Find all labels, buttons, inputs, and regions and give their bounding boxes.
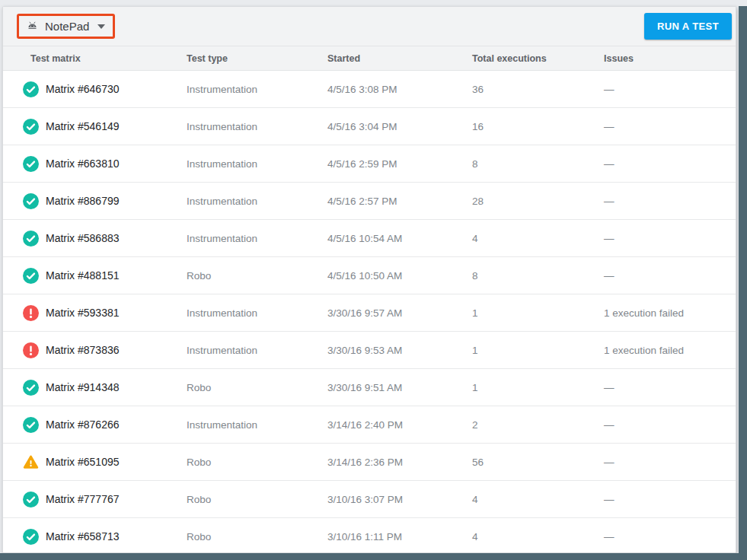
matrix-cell: Matrix #873836 (23, 342, 187, 358)
matrix-cell: Matrix #777767 (23, 492, 187, 508)
executions-count: 1 (472, 307, 604, 319)
issues-text: 1 execution failed (604, 345, 736, 356)
issues-text: 1 execution failed (604, 307, 736, 319)
caret-down-icon (97, 24, 105, 29)
test-lab-panel: NotePad RUN A TEST Test matrix Test type… (2, 6, 736, 553)
check-circle-icon (23, 417, 39, 433)
started-time: 3/30/16 9:53 AM (327, 345, 472, 356)
table-row[interactable]: Matrix #663810Instrumentation4/5/16 2:59… (3, 145, 736, 183)
matrix-cell: Matrix #886799 (23, 193, 187, 209)
page-background-bottom (0, 553, 747, 560)
test-type: Instrumentation (187, 121, 327, 132)
test-type: Instrumentation (187, 84, 327, 95)
test-type: Robo (187, 270, 327, 282)
issues-text: — (604, 233, 736, 244)
test-type: Instrumentation (187, 158, 327, 170)
app-selector-label: NotePad (45, 20, 89, 33)
check-circle-icon (23, 529, 39, 545)
test-type: Robo (187, 494, 327, 505)
check-circle-icon (23, 492, 39, 508)
matrix-label: Matrix #886799 (46, 195, 120, 207)
issues-text: — (604, 382, 736, 393)
error-circle-icon (23, 305, 39, 321)
table-row[interactable]: Matrix #646730Instrumentation4/5/16 3:08… (3, 71, 736, 108)
started-time: 3/14/16 2:36 PM (327, 457, 472, 468)
matrix-label: Matrix #777767 (46, 493, 120, 505)
matrix-label: Matrix #586883 (46, 232, 120, 244)
matrix-label: Matrix #914348 (46, 381, 120, 393)
check-circle-icon (23, 119, 39, 135)
table-row[interactable]: Matrix #488151Robo4/5/16 10:50 AM8— (3, 257, 736, 294)
table-row[interactable]: Matrix #651095Robo3/14/16 2:36 PM56— (3, 444, 736, 481)
started-time: 4/5/16 2:59 PM (327, 158, 472, 170)
issues-text: — (604, 84, 736, 95)
matrix-label: Matrix #651095 (46, 456, 120, 468)
warning-triangle-icon (23, 454, 39, 470)
check-circle-icon (23, 81, 39, 97)
table-header: Test matrix Test type Started Total exec… (3, 46, 736, 71)
column-header-issues: Issues (604, 53, 736, 64)
matrix-label: Matrix #658713 (46, 530, 120, 542)
column-header-total-executions: Total executions (472, 53, 604, 64)
table-row[interactable]: Matrix #914348Robo3/30/16 9:51 AM1— (3, 369, 736, 406)
error-circle-icon (23, 342, 39, 358)
test-type: Instrumentation (187, 307, 327, 319)
started-time: 3/30/16 9:57 AM (327, 307, 472, 319)
started-time: 4/5/16 10:54 AM (327, 233, 472, 244)
started-time: 3/14/16 2:40 PM (327, 419, 472, 431)
matrix-cell: Matrix #546149 (23, 119, 187, 135)
matrix-cell: Matrix #651095 (23, 454, 187, 470)
executions-count: 8 (472, 158, 604, 170)
started-time: 3/10/16 3:07 PM (327, 494, 472, 505)
test-type: Instrumentation (187, 419, 327, 431)
matrix-cell: Matrix #488151 (23, 268, 187, 284)
table-body: Matrix #646730Instrumentation4/5/16 3:08… (3, 71, 736, 553)
run-a-test-button[interactable]: RUN A TEST (644, 13, 732, 40)
check-circle-icon (23, 231, 39, 247)
page-background-right (739, 6, 747, 560)
table-row[interactable]: Matrix #658713Robo3/10/16 1:11 PM4— (3, 518, 736, 553)
android-icon (26, 21, 39, 33)
app-selector-dropdown[interactable]: NotePad (19, 16, 113, 37)
started-time: 3/10/16 1:11 PM (327, 531, 472, 542)
matrix-cell: Matrix #646730 (23, 81, 187, 97)
executions-count: 56 (472, 457, 604, 468)
test-type: Instrumentation (187, 196, 327, 207)
toolbar: NotePad RUN A TEST (3, 7, 736, 46)
table-row[interactable]: Matrix #593381Instrumentation3/30/16 9:5… (3, 294, 736, 332)
table-row[interactable]: Matrix #886799Instrumentation4/5/16 2:57… (3, 183, 736, 220)
executions-count: 28 (472, 196, 604, 207)
started-time: 3/30/16 9:51 AM (327, 382, 472, 393)
executions-count: 4 (472, 531, 604, 542)
matrix-cell: Matrix #586883 (23, 231, 187, 247)
test-type: Robo (187, 382, 327, 393)
matrix-cell: Matrix #914348 (23, 380, 187, 396)
test-type: Instrumentation (187, 233, 327, 244)
matrix-label: Matrix #873836 (46, 344, 120, 356)
issues-text: — (604, 457, 736, 468)
executions-count: 8 (472, 270, 604, 282)
matrix-cell: Matrix #593381 (23, 305, 187, 321)
executions-count: 2 (472, 419, 604, 431)
matrix-cell: Matrix #658713 (23, 529, 187, 545)
executions-count: 4 (472, 233, 604, 244)
started-time: 4/5/16 2:57 PM (327, 196, 472, 207)
annotation-highlight: NotePad (17, 14, 115, 39)
table-row[interactable]: Matrix #873836Instrumentation3/30/16 9:5… (3, 332, 736, 369)
check-circle-icon (23, 380, 39, 396)
issues-text: — (604, 196, 736, 207)
executions-count: 36 (472, 84, 604, 95)
test-type: Robo (187, 531, 327, 542)
table-row[interactable]: Matrix #777767Robo3/10/16 3:07 PM4— (3, 481, 736, 518)
matrix-cell: Matrix #663810 (23, 156, 187, 172)
issues-text: — (604, 270, 736, 282)
table-row[interactable]: Matrix #876266Instrumentation3/14/16 2:4… (3, 406, 736, 444)
executions-count: 4 (472, 494, 604, 505)
table-row[interactable]: Matrix #546149Instrumentation4/5/16 3:04… (3, 108, 736, 145)
matrix-label: Matrix #663810 (46, 158, 120, 170)
table-row[interactable]: Matrix #586883Instrumentation4/5/16 10:5… (3, 220, 736, 257)
executions-count: 1 (472, 345, 604, 356)
issues-text: — (604, 531, 736, 542)
started-time: 4/5/16 10:50 AM (327, 270, 472, 282)
matrix-label: Matrix #488151 (46, 269, 120, 282)
